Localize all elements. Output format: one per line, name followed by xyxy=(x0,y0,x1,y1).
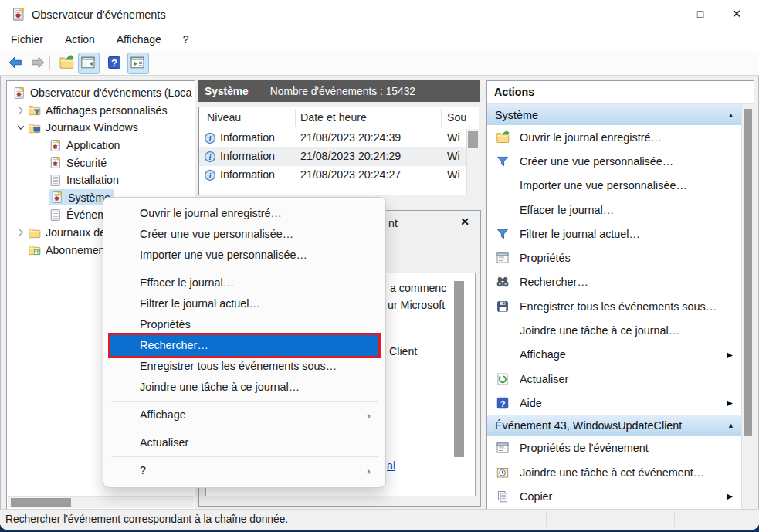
filter-icon xyxy=(496,227,510,241)
folder-subscriptions-icon xyxy=(28,243,41,256)
close-button[interactable]: ✕ xyxy=(719,0,754,28)
menu-item-importer-vue[interactable]: Importer une vue personnalisée… xyxy=(110,245,378,266)
tree-item-application[interactable]: Application xyxy=(7,137,195,154)
action-copier[interactable]: Copier ▶ xyxy=(487,484,742,508)
forward-button[interactable] xyxy=(28,53,48,73)
menu-item-enregistrer-evenements[interactable]: Enregistrer tous les événements sous… xyxy=(110,356,378,377)
action-label: Joindre une tâche à ce journal… xyxy=(520,324,679,337)
collapse-arrow-icon[interactable]: ▲ xyxy=(727,111,734,119)
tree-item-label: Affichages personnalisés xyxy=(46,104,167,117)
events-vertical-scrollbar[interactable] xyxy=(466,129,479,195)
statusbar-divider xyxy=(546,512,547,527)
copy-icon xyxy=(496,490,510,503)
maximize-button[interactable]: □ xyxy=(683,0,718,28)
titlebar: Observateur d'événements – □ ✕ xyxy=(0,0,759,29)
help-button[interactable] xyxy=(104,53,124,73)
action-actualiser[interactable]: Actualiser xyxy=(487,367,742,391)
open-folder-icon xyxy=(59,55,74,70)
toggle-action-pane-button[interactable] xyxy=(127,53,149,74)
table-row[interactable]: Information 21/08/2023 20:24:39 Wi xyxy=(199,129,467,147)
action-proprietes[interactable]: Propriétés xyxy=(487,246,742,269)
tree-horizontal-scrollbar[interactable] xyxy=(8,496,194,508)
menu-item-rechercher[interactable]: Rechercher… xyxy=(110,335,378,356)
tree-item-affichages-personnalises[interactable]: Affichages personnalisés xyxy=(7,102,195,120)
menu-item-ouvrir-journal[interactable]: Ouvrir le journal enregistré… xyxy=(110,203,378,224)
details-link-fragment[interactable]: al xyxy=(387,459,395,472)
menu-separator xyxy=(111,269,378,269)
menu-item-label: Affichage xyxy=(140,408,186,421)
row-level: Information xyxy=(220,131,275,144)
action-effacer-journal[interactable]: Effacer le journal… xyxy=(487,198,742,222)
chevron-down-icon[interactable] xyxy=(15,122,26,133)
action-aide[interactable]: Aide ▶ xyxy=(487,391,742,415)
action-ouvrir-journal[interactable]: Ouvrir le journal enregistré… xyxy=(487,125,742,149)
properties-icon xyxy=(496,441,510,455)
menu-aide[interactable]: ? xyxy=(174,29,198,46)
window-title: Observateur d'événements xyxy=(32,0,166,29)
action-joindre-tache-evenement[interactable]: Joindre une tâche à cet événement… xyxy=(487,460,742,484)
tree-item-label: Abonnemen xyxy=(46,244,105,256)
menu-fichier[interactable]: Fichier xyxy=(2,29,53,46)
action-proprietes-evenement[interactable]: Propriétés de l'événement xyxy=(487,436,742,460)
menu-action[interactable]: Action xyxy=(56,29,104,46)
menu-item-joindre-tache[interactable]: Joindre une tâche à ce journal… xyxy=(110,377,378,398)
chevron-right-icon[interactable] xyxy=(15,105,26,116)
back-button[interactable] xyxy=(5,53,25,73)
action-creer-vue[interactable]: Créer une vue personnalisée… xyxy=(487,149,742,173)
filter-icon xyxy=(496,154,510,168)
folder-filter-icon xyxy=(28,103,41,117)
status-bar: Rechercher l'événement correspondant à l… xyxy=(0,509,759,530)
menu-item-creer-vue[interactable]: Créer une vue personnalisée… xyxy=(110,224,378,245)
tree-item-root[interactable]: Observateur d'événements (Loca xyxy=(7,84,195,102)
menu-item-proprietes[interactable]: Propriétés xyxy=(110,314,378,335)
section-header-label: Événement 43, WindowsUpdateClient xyxy=(495,419,682,432)
action-filtrer-journal[interactable]: Filtrer le journal actuel… xyxy=(487,222,742,246)
row-source: Wi xyxy=(447,168,460,181)
action-enregistrer-evenements[interactable]: Enregistrer tous les événements sous… xyxy=(487,294,742,318)
column-source[interactable]: Sou xyxy=(447,111,466,124)
row-datetime: 21/08/2023 20:24:39 xyxy=(300,131,401,144)
menu-item-actualiser[interactable]: Actualiser xyxy=(110,432,378,453)
forward-icon xyxy=(30,55,46,70)
tree-item-journaux-windows[interactable]: Journaux Windows xyxy=(7,119,195,137)
event-viewer-icon xyxy=(12,86,25,100)
menu-item-aide[interactable]: ? › xyxy=(110,460,378,481)
close-details-icon[interactable]: ✕ xyxy=(460,215,469,228)
menu-separator xyxy=(111,429,378,429)
back-icon xyxy=(8,55,23,70)
tree-item-label: Application xyxy=(66,139,120,151)
tree-item-installation[interactable]: Installation xyxy=(7,171,195,189)
menu-item-effacer-journal[interactable]: Effacer le journal… xyxy=(110,273,378,293)
action-rechercher[interactable]: Rechercher… xyxy=(487,270,742,294)
information-icon xyxy=(204,132,216,144)
scrollbar-thumb[interactable] xyxy=(468,131,478,148)
menu-item-filtrer-journal[interactable]: Filtrer le journal actuel… xyxy=(110,293,378,314)
action-joindre-tache-journal[interactable]: Joindre une tâche à ce journal… xyxy=(487,318,742,342)
toggle-console-tree-button[interactable] xyxy=(78,53,100,74)
menu-item-affichage[interactable]: Affichage › xyxy=(110,405,378,425)
chevron-right-icon[interactable] xyxy=(15,227,26,238)
minimize-button[interactable]: – xyxy=(643,0,679,28)
toolbar xyxy=(0,51,759,76)
tree-item-securite[interactable]: Sécurité xyxy=(7,154,195,171)
actions-vertical-scrollbar[interactable] xyxy=(741,104,754,510)
row-source: Wi xyxy=(447,150,460,162)
action-label: Actualiser xyxy=(520,373,568,385)
action-importer-vue[interactable]: Importer une vue personnalisée… xyxy=(487,174,742,198)
expander-placeholder xyxy=(15,245,26,256)
scrollbar-thumb[interactable] xyxy=(454,281,464,457)
open-saved-log-button[interactable] xyxy=(56,53,76,73)
collapse-arrow-icon[interactable]: ▲ xyxy=(727,422,734,429)
actions-section-evenement-header[interactable]: Événement 43, WindowsUpdateClient ▲ xyxy=(487,415,742,436)
scrollbar-thumb[interactable] xyxy=(744,109,752,436)
column-niveau[interactable]: Niveau xyxy=(207,111,241,124)
action-affichage[interactable]: Affichage ▶ xyxy=(487,343,742,367)
scrollbar-thumb[interactable] xyxy=(11,498,71,507)
table-row[interactable]: Information 21/08/2023 20:24:27 Wi xyxy=(199,166,467,185)
menu-affichage[interactable]: Affichage xyxy=(107,29,171,46)
table-row[interactable]: Information 21/08/2023 20:24:29 Wi xyxy=(199,147,467,166)
tree-item-label: Journaux Windows xyxy=(46,121,138,134)
column-date-heure[interactable]: Date et heure xyxy=(300,111,367,124)
event-log-plain-icon xyxy=(49,174,62,187)
actions-section-systeme-header[interactable]: Système ▲ xyxy=(487,104,742,125)
